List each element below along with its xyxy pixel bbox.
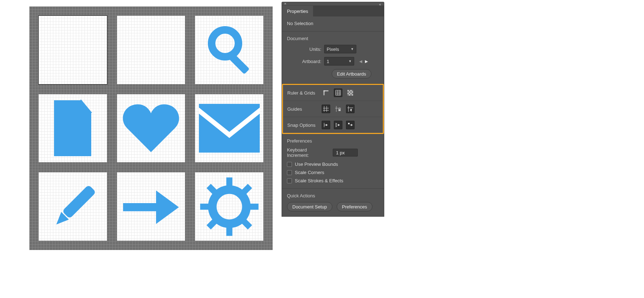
selection-status: No Selection: [287, 21, 379, 26]
svg-rect-25: [352, 94, 353, 96]
guides-row: Guides: [283, 101, 383, 117]
lock-guides-button[interactable]: [334, 105, 342, 113]
svg-rect-5: [123, 203, 158, 211]
snap-to-point-button[interactable]: [322, 121, 330, 129]
canvas-area[interactable]: [29, 6, 273, 250]
collapse-icon[interactable]: «: [379, 3, 381, 6]
artboard-9[interactable]: [195, 172, 263, 241]
snap-point-icon: [323, 122, 329, 128]
snap-options-row: Snap Options: [283, 117, 383, 133]
artboard-prev-button[interactable]: ◀: [359, 59, 362, 64]
snap-to-grid-button[interactable]: [334, 121, 342, 129]
snap-pixel-icon: [347, 122, 353, 128]
artboard-value: 1: [327, 59, 329, 64]
checkbox-icon: [287, 178, 292, 183]
svg-rect-2: [199, 104, 260, 153]
units-value: Pixels: [327, 47, 339, 52]
artboard-3[interactable]: [195, 16, 263, 84]
svg-rect-12: [249, 203, 258, 210]
svg-rect-20: [349, 91, 350, 93]
heart-icon: [121, 101, 181, 155]
snap-options-label: Snap Options: [287, 122, 322, 128]
ruler-grids-label: Ruler & Grids: [287, 90, 322, 96]
svg-rect-23: [350, 93, 352, 94]
checker-icon: [347, 90, 353, 96]
document-heading: Document: [287, 36, 379, 41]
artboard-2[interactable]: [117, 16, 185, 84]
use-preview-bounds-label: Use Preview Bounds: [295, 162, 338, 167]
gear-icon: [199, 176, 260, 237]
preferences-button[interactable]: Preferences: [337, 202, 372, 211]
close-icon[interactable]: ×: [284, 1, 286, 6]
grid-icon: [335, 90, 341, 96]
document-section: Document Units: Pixels ▼ Artboard: 1 ▼ ◀…: [282, 32, 384, 84]
svg-point-0: [211, 30, 238, 57]
show-guides-button[interactable]: [322, 105, 330, 113]
document-icon: [49, 100, 96, 157]
units-label: Units:: [287, 47, 321, 52]
scale-corners-label: Scale Corners: [295, 170, 324, 175]
search-icon: [203, 21, 256, 78]
scale-strokes-label: Scale Strokes & Effects: [295, 178, 343, 183]
quick-actions-section: Quick Actions Document Setup Preferences: [282, 189, 384, 216]
keyboard-increment-label: Keyboard Increment:: [287, 147, 330, 158]
edit-artboards-button[interactable]: Edit Artboards: [332, 69, 372, 78]
document-setup-button[interactable]: Document Setup: [287, 202, 332, 211]
guides-label: Guides: [287, 106, 322, 112]
svg-rect-26: [338, 109, 341, 111]
tab-properties[interactable]: Properties: [282, 6, 313, 16]
panel-tabs: Properties: [282, 6, 384, 16]
preferences-section: Preferences Keyboard Increment: 1 px Use…: [282, 134, 384, 189]
ruler-toggle-button[interactable]: [322, 88, 330, 97]
svg-rect-19: [350, 90, 352, 91]
svg-point-8: [212, 189, 246, 224]
artboard-7[interactable]: [39, 172, 107, 241]
ruler-grids-row: Ruler & Grids: [283, 85, 383, 101]
transparency-grid-button[interactable]: [346, 88, 355, 97]
artboard-dropdown[interactable]: 1 ▼: [324, 57, 354, 66]
artboard-8[interactable]: [117, 172, 185, 241]
artboard-grid: [39, 16, 263, 241]
keyboard-increment-value: 1 px: [336, 150, 345, 155]
properties-panel: × « Properties No Selection Document Uni…: [282, 2, 384, 216]
scale-strokes-checkbox[interactable]: Scale Strokes & Effects: [287, 178, 379, 183]
ruler-icon: [323, 90, 329, 96]
svg-rect-21: [352, 91, 353, 93]
envelope-icon: [199, 103, 260, 153]
svg-rect-1: [228, 53, 249, 74]
artboard-5[interactable]: [117, 94, 185, 163]
chevron-down-icon: ▼: [348, 59, 352, 63]
panel-topbar: × «: [282, 2, 384, 6]
checkbox-icon: [287, 170, 292, 175]
svg-rect-18: [347, 90, 349, 91]
artboard-next-button[interactable]: ▶: [365, 59, 368, 64]
units-dropdown[interactable]: Pixels ▼: [324, 45, 356, 53]
snap-to-pixel-button[interactable]: [346, 121, 355, 129]
arrow-right-icon: [121, 185, 181, 228]
smart-guides-icon: [347, 106, 353, 112]
artboard-1[interactable]: [39, 16, 107, 84]
scale-corners-checkbox[interactable]: Scale Corners: [287, 170, 379, 175]
preferences-heading: Preferences: [287, 138, 379, 144]
artboard-6[interactable]: [195, 94, 263, 163]
guides-show-icon: [323, 106, 329, 112]
guides-lock-icon: [335, 106, 341, 112]
smart-guides-button[interactable]: [346, 105, 355, 113]
svg-rect-10: [226, 226, 232, 236]
artboard-label: Artboard:: [287, 59, 321, 64]
snap-grid-icon: [335, 122, 341, 128]
chevron-down-icon: ▼: [351, 47, 354, 51]
grid-guides-snap-highlight: Ruler & Grids: [282, 84, 384, 134]
artboard-4[interactable]: [39, 94, 107, 163]
svg-rect-11: [200, 203, 210, 210]
svg-rect-9: [226, 177, 232, 187]
svg-rect-27: [348, 123, 350, 124]
keyboard-increment-input[interactable]: 1 px: [333, 149, 358, 157]
svg-rect-24: [349, 94, 350, 96]
svg-rect-3: [62, 184, 96, 218]
selection-section: No Selection: [282, 16, 384, 32]
pencil-icon: [46, 180, 99, 234]
use-preview-bounds-checkbox[interactable]: Use Preview Bounds: [287, 162, 379, 167]
checkbox-icon: [287, 162, 292, 167]
grid-toggle-button[interactable]: [334, 88, 342, 97]
